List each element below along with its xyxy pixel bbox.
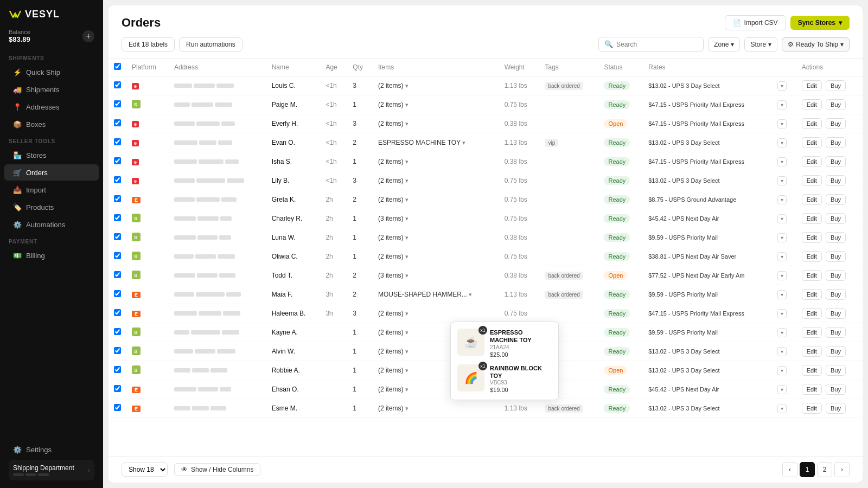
- items-cell[interactable]: (2 items) ▾: [373, 190, 499, 209]
- edit-button[interactable]: Edit: [802, 365, 822, 376]
- zone-filter-button[interactable]: Zone ▾: [708, 37, 740, 52]
- items-cell[interactable]: (3 items) ▾: [373, 266, 499, 285]
- store-filter-button[interactable]: Store ▾: [744, 37, 777, 52]
- row-checkbox[interactable]: [114, 119, 121, 126]
- edit-button[interactable]: Edit: [802, 194, 822, 205]
- buy-button[interactable]: Buy: [826, 327, 846, 338]
- edit-labels-button[interactable]: Edit 18 labels: [122, 37, 175, 52]
- items-cell[interactable]: (2 items) ▾: [373, 152, 499, 171]
- page-2-button[interactable]: 2: [817, 462, 832, 477]
- edit-button[interactable]: Edit: [802, 308, 822, 319]
- rate-chevron-button[interactable]: ▾: [777, 119, 787, 129]
- row-checkbox[interactable]: [114, 81, 121, 88]
- row-checkbox[interactable]: [114, 157, 121, 164]
- sidebar-item-boxes[interactable]: 📦 Boxes: [4, 116, 99, 132]
- rate-chevron-button[interactable]: ▾: [777, 309, 787, 318]
- buy-button[interactable]: Buy: [826, 175, 846, 186]
- items-cell[interactable]: (2 items) ▾: [373, 76, 499, 95]
- row-checkbox[interactable]: [114, 328, 121, 335]
- items-cell[interactable]: (2 items) ▾: [373, 114, 499, 133]
- sidebar-item-import[interactable]: 📥 Import: [4, 182, 99, 198]
- rate-chevron-button[interactable]: ▾: [777, 347, 787, 356]
- row-checkbox[interactable]: [114, 252, 121, 259]
- sidebar-item-quick-ship[interactable]: ⚡ Quick Ship: [4, 64, 99, 80]
- row-checkbox[interactable]: [114, 176, 121, 183]
- buy-button[interactable]: Buy: [826, 80, 846, 91]
- row-checkbox[interactable]: [114, 385, 121, 392]
- add-balance-button[interactable]: +: [82, 30, 94, 42]
- buy-button[interactable]: Buy: [826, 156, 846, 167]
- row-checkbox[interactable]: [114, 233, 121, 240]
- items-cell[interactable]: (3 items) ▾: [373, 209, 499, 228]
- show-hide-columns-button[interactable]: 👁 Show / Hide Columns: [174, 463, 260, 476]
- buy-button[interactable]: Buy: [826, 403, 846, 414]
- sidebar-item-shipments[interactable]: 🚚 Shipments: [4, 81, 99, 98]
- rate-chevron-button[interactable]: ▾: [777, 100, 787, 110]
- row-checkbox[interactable]: [114, 290, 121, 297]
- edit-button[interactable]: Edit: [802, 137, 822, 148]
- sidebar-item-stores[interactable]: 🏪 Stores: [4, 147, 99, 163]
- row-checkbox[interactable]: [114, 195, 121, 202]
- buy-button[interactable]: Buy: [826, 270, 846, 281]
- rate-chevron-button[interactable]: ▾: [777, 81, 787, 91]
- rate-chevron-button[interactable]: ▾: [777, 404, 787, 413]
- prev-page-button[interactable]: ‹: [782, 462, 797, 477]
- next-page-button[interactable]: ›: [834, 462, 850, 477]
- show-rows-select[interactable]: Show 18 Show 25 Show 50: [122, 463, 168, 477]
- buy-button[interactable]: Buy: [826, 289, 846, 300]
- row-checkbox[interactable]: [114, 347, 121, 354]
- row-checkbox[interactable]: [114, 100, 121, 107]
- edit-button[interactable]: Edit: [802, 80, 822, 91]
- edit-button[interactable]: Edit: [802, 346, 822, 357]
- edit-button[interactable]: Edit: [802, 251, 822, 262]
- row-checkbox[interactable]: [114, 214, 121, 221]
- edit-button[interactable]: Edit: [802, 289, 822, 300]
- sync-stores-button[interactable]: Sync Stores ▾: [790, 16, 850, 30]
- buy-button[interactable]: Buy: [826, 346, 846, 357]
- edit-button[interactable]: Edit: [802, 156, 822, 167]
- items-cell[interactable]: (2 items) ▾: [373, 171, 499, 190]
- ready-to-ship-filter-button[interactable]: ⚙ Ready To Ship ▾: [782, 37, 850, 52]
- sidebar-item-orders[interactable]: 🛒 Orders: [4, 164, 99, 181]
- rate-chevron-button[interactable]: ▾: [777, 271, 787, 280]
- row-checkbox[interactable]: [114, 366, 121, 373]
- items-cell[interactable]: (2 items) ▾: [373, 95, 499, 114]
- buy-button[interactable]: Buy: [826, 99, 846, 110]
- buy-button[interactable]: Buy: [826, 213, 846, 224]
- row-checkbox[interactable]: [114, 404, 121, 411]
- rate-chevron-button[interactable]: ▾: [777, 385, 787, 394]
- row-checkbox[interactable]: [114, 309, 121, 316]
- items-cell[interactable]: (2 items) ▾: [373, 247, 499, 266]
- import-csv-button[interactable]: 📄 Import CSV: [725, 15, 786, 30]
- rate-chevron-button[interactable]: ▾: [777, 290, 787, 299]
- buy-button[interactable]: Buy: [826, 384, 846, 395]
- buy-button[interactable]: Buy: [826, 308, 846, 319]
- items-cell[interactable]: (2 items) ▾: [373, 399, 499, 418]
- search-input[interactable]: [616, 41, 698, 48]
- select-all-checkbox[interactable]: [114, 63, 121, 70]
- edit-button[interactable]: Edit: [802, 118, 822, 129]
- edit-button[interactable]: Edit: [802, 384, 822, 395]
- rate-chevron-button[interactable]: ▾: [777, 366, 787, 375]
- rate-chevron-button[interactable]: ▾: [777, 214, 787, 223]
- rate-chevron-button[interactable]: ▾: [777, 252, 787, 261]
- edit-button[interactable]: Edit: [802, 327, 822, 338]
- sidebar-item-automations[interactable]: ⚙️ Automations: [4, 216, 99, 233]
- settings-item[interactable]: ⚙️ Settings: [4, 441, 99, 458]
- row-checkbox[interactable]: [114, 271, 121, 278]
- buy-button[interactable]: Buy: [826, 194, 846, 205]
- items-cell[interactable]: (2 items) ▾: [373, 228, 499, 247]
- sidebar-item-products[interactable]: 🏷️ Products: [4, 199, 99, 215]
- rate-chevron-button[interactable]: ▾: [777, 176, 787, 185]
- edit-button[interactable]: Edit: [802, 270, 822, 281]
- buy-button[interactable]: Buy: [826, 118, 846, 129]
- items-cell[interactable]: ESPRESSO MACHINE TOY ▾: [373, 133, 499, 152]
- sidebar-item-billing[interactable]: 💵 Billing: [4, 247, 99, 264]
- run-automations-button[interactable]: Run automations: [179, 37, 242, 52]
- items-cell[interactable]: (2 items) ▾: [373, 304, 499, 323]
- page-1-button[interactable]: 1: [800, 462, 815, 477]
- user-info-panel[interactable]: Shipping Department ›: [9, 460, 94, 480]
- rate-chevron-button[interactable]: ▾: [777, 157, 787, 166]
- edit-button[interactable]: Edit: [802, 213, 822, 224]
- edit-button[interactable]: Edit: [802, 403, 822, 414]
